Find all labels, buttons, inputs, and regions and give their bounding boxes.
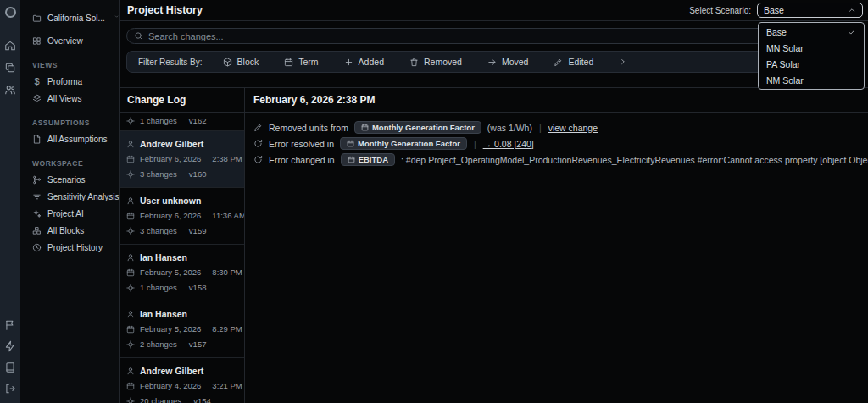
filter-chip-removed[interactable]: Removed bbox=[409, 57, 462, 67]
check-icon bbox=[848, 28, 856, 36]
change-log-entry-partial[interactable]: 1 changes v162 bbox=[120, 113, 244, 131]
entry-date: February 5, 2026 bbox=[140, 324, 201, 334]
entry-time: 3:21 PM bbox=[212, 381, 242, 391]
change-log-entry[interactable]: Ian Hansen February 5, 2026 8:29 PM 2 ch… bbox=[120, 301, 244, 358]
block-chip-label: EBITDA bbox=[359, 155, 388, 164]
version-label: v157 bbox=[189, 340, 207, 350]
value-change-link[interactable]: → 0.08 [240] bbox=[483, 139, 534, 149]
sync-error-icon bbox=[253, 139, 263, 148]
filter-chip-label: Added bbox=[359, 57, 384, 67]
scenario-select[interactable]: Base bbox=[757, 3, 863, 18]
scenario-value: Base bbox=[764, 5, 848, 15]
main-panel: Project History Select Scenario: Base Fi… bbox=[119, 0, 868, 403]
file-icon bbox=[32, 135, 42, 144]
view-change-link[interactable]: view change bbox=[548, 123, 598, 133]
change-log-title: Change Log bbox=[120, 88, 244, 113]
entry-time: 8:29 PM bbox=[212, 324, 242, 334]
change-log-entry[interactable]: Andrew Gilbert February 4, 2026 3:21 PM … bbox=[120, 358, 244, 403]
changes-count: 1 changes bbox=[140, 283, 177, 293]
block-chip[interactable]: EBITDA bbox=[341, 153, 395, 166]
blocks-icon bbox=[32, 226, 42, 235]
filter-chip-edited[interactable]: Edited bbox=[554, 57, 593, 67]
commit-icon bbox=[126, 227, 135, 235]
sidebar-item-scenarios[interactable]: Scenarios bbox=[20, 171, 119, 188]
entry-author: User unknown bbox=[140, 196, 201, 206]
filter-chip-label: Moved bbox=[502, 57, 529, 67]
calendar-icon bbox=[284, 58, 293, 67]
sidebar-item-all-assumptions[interactable]: All Assumptions bbox=[20, 130, 119, 147]
changes-count: 20 changes bbox=[140, 396, 181, 403]
menu-item-mn-solar[interactable]: MN Solar bbox=[759, 40, 864, 56]
version-label: v158 bbox=[189, 283, 207, 293]
sidebar-item-label: All Assumptions bbox=[47, 135, 108, 144]
change-log-entry[interactable]: User unknown February 6, 2026 11:36 AM 3… bbox=[120, 188, 244, 245]
filter-chip-added[interactable]: Added bbox=[344, 57, 384, 67]
project-name: California Sol... bbox=[47, 14, 105, 23]
sparkles-icon bbox=[32, 209, 42, 218]
sidebar-item-label: Sensitivity Analysis bbox=[47, 192, 119, 202]
sidebar-item-all-views[interactable]: All Views bbox=[20, 90, 119, 107]
menu-item-label: PA Solar bbox=[766, 59, 856, 69]
folder-icon bbox=[32, 14, 42, 23]
users-icon[interactable] bbox=[4, 84, 16, 96]
change-log-entry[interactable]: Andrew Gilbert February 6, 2026 2:38 PM … bbox=[120, 131, 244, 188]
detail-title: February 6, 2026 2:38 PM bbox=[245, 88, 868, 113]
chevron-up-icon bbox=[848, 6, 856, 14]
chevron-right-icon[interactable] bbox=[619, 58, 627, 66]
filter-chip-label: Term bbox=[298, 57, 318, 67]
changes-count: 1 changes bbox=[140, 116, 177, 126]
section-assumptions: ASSUMPTIONS bbox=[20, 107, 119, 130]
search-icon bbox=[134, 31, 143, 41]
calendar-icon bbox=[126, 382, 135, 390]
entry-date: February 6, 2026 bbox=[140, 154, 201, 164]
version-label: v162 bbox=[189, 116, 207, 126]
app-logo-icon[interactable] bbox=[5, 7, 16, 18]
search-input[interactable] bbox=[148, 31, 854, 41]
change-row: Error changed in EBITDA : #dep Project_O… bbox=[253, 152, 868, 168]
logout-icon[interactable] bbox=[4, 383, 16, 395]
sidebar-item-all-blocks[interactable]: All Blocks bbox=[20, 222, 119, 239]
arrow-right-icon bbox=[487, 58, 497, 67]
grid-icon bbox=[32, 36, 42, 46]
person-icon bbox=[126, 196, 135, 205]
changes-count: 3 changes bbox=[140, 226, 177, 236]
commit-icon bbox=[126, 340, 135, 349]
commit-icon bbox=[126, 284, 135, 292]
commit-icon bbox=[126, 117, 135, 125]
menu-item-nm-solar[interactable]: NM Solar bbox=[759, 72, 864, 88]
sidebar-item-project-ai[interactable]: Project AI bbox=[20, 205, 119, 222]
change-description: Error resolved in bbox=[269, 139, 334, 149]
menu-item-pa-solar[interactable]: PA Solar bbox=[759, 56, 864, 72]
zap-icon[interactable] bbox=[4, 340, 16, 352]
version-label: v154 bbox=[193, 396, 211, 403]
version-label: v159 bbox=[189, 226, 207, 236]
person-icon bbox=[126, 253, 135, 262]
trash-icon bbox=[409, 58, 419, 67]
sidebar-item-proforma[interactable]: $ Proforma bbox=[20, 73, 119, 90]
menu-item-label: Base bbox=[766, 27, 848, 37]
filter-chip-label: Block bbox=[237, 57, 259, 67]
flag-icon[interactable] bbox=[4, 319, 16, 331]
filter-chip-block[interactable]: Block bbox=[223, 57, 259, 67]
project-selector[interactable]: California Sol... bbox=[20, 8, 119, 27]
app-window: California Sol... Overview VIEWS $ Profo… bbox=[0, 0, 868, 403]
sidebar-item-project-history[interactable]: Project History bbox=[20, 239, 119, 256]
filter-chip-term[interactable]: Term bbox=[284, 57, 318, 67]
change-log-entry[interactable]: Ian Hansen February 5, 2026 8:30 PM 1 ch… bbox=[120, 245, 244, 301]
book-icon[interactable] bbox=[4, 362, 16, 373]
filter-chip-moved[interactable]: Moved bbox=[487, 57, 529, 67]
home-icon[interactable] bbox=[4, 40, 16, 52]
projects-icon[interactable] bbox=[4, 62, 16, 74]
block-chip[interactable]: Monthly Generation Factor bbox=[354, 121, 481, 134]
changes-count: 3 changes bbox=[140, 169, 177, 179]
sidebar-item-overview[interactable]: Overview bbox=[20, 32, 119, 49]
sidebar-item-sensitivity-analysis[interactable]: Sensitivity Analysis bbox=[20, 188, 119, 205]
menu-item-base[interactable]: Base bbox=[759, 24, 864, 40]
version-label: v160 bbox=[189, 169, 207, 179]
block-chip[interactable]: Monthly Generation Factor bbox=[340, 137, 467, 150]
separator: | bbox=[474, 139, 476, 149]
dollar-icon: $ bbox=[32, 76, 42, 86]
clock-icon bbox=[32, 243, 42, 252]
change-description: Error changed in bbox=[269, 155, 335, 165]
branch-icon bbox=[32, 175, 42, 185]
